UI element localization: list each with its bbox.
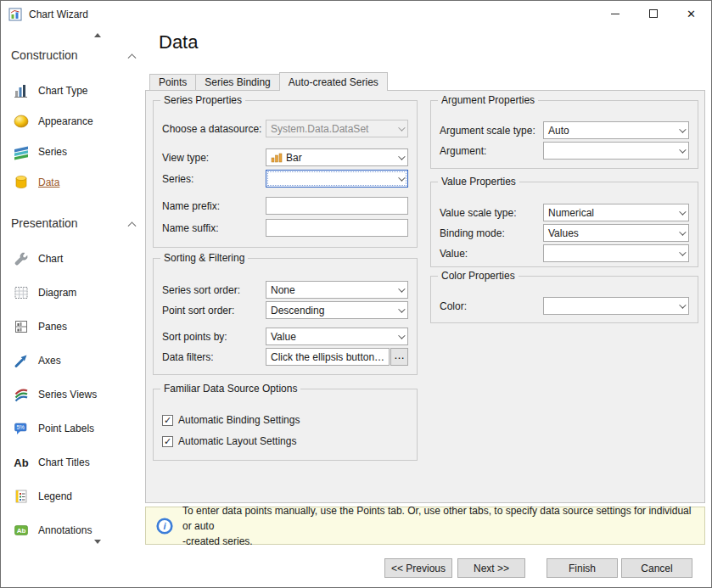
chevron-down-icon[interactable]	[674, 298, 688, 314]
value-combo[interactable]	[543, 244, 689, 262]
sort-points-by-combo[interactable]: Value	[266, 328, 408, 345]
point-sort-order-label: Point sort order:	[162, 305, 266, 316]
maximize-button[interactable]	[634, 2, 672, 25]
sidebar-item-chart-type[interactable]: Chart Type	[13, 81, 87, 101]
sort-points-by-label: Sort points by:	[162, 331, 266, 343]
color-label: Color:	[440, 300, 543, 312]
chevron-down-icon[interactable]	[674, 143, 688, 159]
argument-scale-type-combo[interactable]: Auto	[543, 121, 689, 139]
series-views-icon	[13, 386, 30, 403]
name-prefix-input[interactable]	[266, 197, 408, 215]
chevron-down-icon[interactable]	[674, 122, 688, 138]
sidebar-item-label: Data	[38, 176, 59, 188]
data-filters-label: Data filters:	[162, 351, 266, 363]
view-type-combo[interactable]: Bar	[266, 148, 408, 166]
sidebar-item-label: Annotations	[38, 524, 92, 536]
chevron-down-icon[interactable]	[393, 171, 407, 187]
section-label: Construction	[11, 48, 78, 62]
previous-button[interactable]: << Previous	[384, 558, 452, 578]
chevron-down-icon[interactable]	[393, 328, 407, 344]
series-sort-order-combo[interactable]: None	[266, 281, 408, 299]
scroll-down-icon[interactable]	[94, 540, 101, 544]
sidebar-item-label: Chart Titles	[38, 456, 90, 468]
section-header-presentation[interactable]: Presentation	[11, 216, 135, 231]
sidebar-item-data[interactable]: Data	[13, 172, 59, 193]
chevron-down-icon[interactable]	[674, 245, 688, 261]
color-properties-group: Color Properties Color:	[430, 276, 698, 323]
series-sort-order-label: Series sort order:	[162, 284, 266, 296]
sidebar-item-chart-titles[interactable]: Ab Chart Titles	[13, 452, 90, 473]
close-button[interactable]: ✕	[672, 2, 710, 25]
chevron-down-icon[interactable]	[674, 204, 688, 221]
checkbox-checked-icon[interactable]: ✓	[162, 415, 173, 426]
value-scale-type-value: Numerical	[544, 207, 674, 219]
sidebar-item-series[interactable]: Series	[13, 142, 67, 162]
next-button[interactable]: Next >>	[457, 558, 525, 578]
chevron-down-icon[interactable]	[393, 282, 407, 298]
sidebar-item-panes[interactable]: Panes	[13, 316, 67, 337]
chart-titles-icon: Ab	[13, 454, 30, 471]
automatic-layout-settings-checkbox-row[interactable]: ✓ Automatic Layout Settings	[162, 434, 408, 448]
titlebar[interactable]: Chart Wizard ✕	[1, 1, 711, 27]
sidebar-item-label: Legend	[38, 490, 72, 502]
series-icon	[13, 143, 30, 160]
sidebar-item-annotations[interactable]: Ab Annotations	[13, 520, 92, 540]
chevron-up-icon	[128, 53, 137, 62]
datasource-combo-value: System.Data.DataSet	[266, 123, 393, 135]
tab-series-binding[interactable]: Series Binding	[195, 74, 279, 90]
data-filters-ellipsis-button[interactable]: …	[390, 348, 408, 366]
automatic-binding-settings-checkbox-row[interactable]: ✓ Automatic Binding Settings	[162, 413, 408, 427]
name-suffix-input[interactable]	[266, 219, 408, 237]
info-text-line1: To enter data points manually, use the P…	[182, 503, 694, 534]
diagram-icon	[13, 284, 30, 301]
checkbox-checked-icon[interactable]: ✓	[162, 436, 173, 447]
sidebar-item-series-views[interactable]: Series Views	[13, 384, 97, 405]
sidebar-item-point-labels[interactable]: 5% Point Labels	[13, 418, 94, 439]
group-title: Argument Properties	[438, 94, 538, 106]
window-controls: ✕	[596, 2, 710, 25]
group-title: Sorting & Filtering	[160, 252, 248, 264]
minimize-icon	[611, 14, 619, 14]
chevron-down-icon[interactable]	[393, 302, 407, 318]
value-scale-type-combo[interactable]: Numerical	[543, 204, 689, 221]
argument-combo[interactable]	[543, 142, 689, 160]
series-label: Series:	[162, 173, 266, 185]
color-combo[interactable]	[543, 297, 689, 315]
svg-text:5%: 5%	[16, 424, 25, 430]
sidebar-item-label: Appearance	[38, 115, 93, 127]
sidebar-item-diagram[interactable]: Diagram	[13, 283, 76, 303]
chevron-up-icon	[128, 221, 137, 230]
sidebar-item-appearance[interactable]: Appearance	[13, 111, 93, 132]
series-sort-order-value: None	[266, 284, 393, 296]
binding-mode-value: Values	[544, 227, 674, 239]
point-sort-order-value: Descending	[266, 305, 393, 316]
sort-points-by-value: Value	[266, 331, 393, 343]
sidebar-item-chart[interactable]: Chart	[13, 249, 63, 269]
view-type-label: View type:	[162, 152, 266, 164]
sidebar-item-label: Chart Type	[38, 85, 87, 97]
cancel-button[interactable]: Cancel	[621, 558, 692, 578]
page-title: Data	[159, 31, 198, 53]
series-combo[interactable]	[266, 170, 408, 188]
tab-points[interactable]: Points	[149, 74, 196, 90]
value-properties-group: Value Properties Value scale type: Numer…	[430, 182, 698, 267]
tab-auto-created-series[interactable]: Auto-created Series	[279, 72, 388, 91]
annotations-icon: Ab	[13, 522, 30, 539]
point-sort-order-combo[interactable]: Descending	[266, 301, 408, 319]
binding-mode-combo[interactable]: Values	[543, 224, 689, 242]
chevron-down-icon[interactable]	[674, 225, 688, 241]
sidebar-item-axes[interactable]: Axes	[13, 350, 61, 371]
data-filters-field[interactable]: Click the ellipsis button…	[266, 348, 390, 366]
bar-chart-icon	[271, 153, 283, 163]
section-header-construction[interactable]: Construction	[11, 48, 135, 63]
scroll-up-icon[interactable]	[94, 33, 101, 37]
chevron-down-icon[interactable]	[393, 149, 407, 165]
checkbox-label: Automatic Binding Settings	[178, 414, 300, 426]
datasource-combo: System.Data.DataSet	[266, 120, 408, 137]
sidebar-item-legend[interactable]: Legend	[13, 486, 72, 507]
minimize-button[interactable]	[596, 2, 634, 25]
sorting-filtering-group: Sorting & Filtering Series sort order: N…	[153, 258, 418, 375]
section-label: Presentation	[11, 216, 78, 230]
finish-button[interactable]: Finish	[547, 558, 618, 578]
binding-mode-label: Binding mode:	[440, 227, 543, 239]
